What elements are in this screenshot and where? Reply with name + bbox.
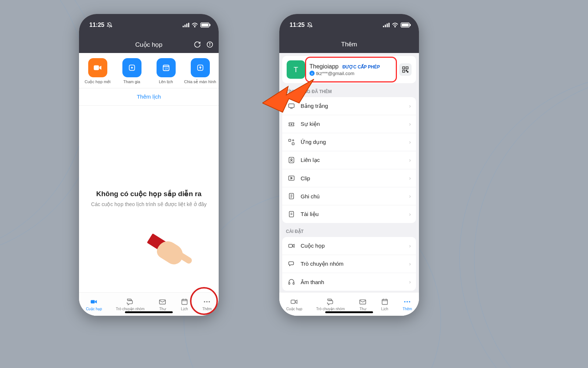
svg-rect-12: [94, 66, 99, 70]
battery-icon: [401, 22, 411, 28]
svg-point-11: [209, 43, 210, 44]
license-badge: ĐƯỢC CẤP PHÉP: [343, 64, 380, 70]
svg-point-5: [194, 26, 195, 27]
apps-icon: [287, 138, 295, 146]
svg-rect-2: [184, 25, 186, 27]
bell-off-icon: [107, 22, 112, 28]
wifi-icon: [191, 22, 198, 28]
svg-rect-48: [292, 143, 294, 145]
svg-rect-42: [406, 70, 407, 71]
annotation-arrow: [262, 77, 318, 118]
svg-point-71: [409, 301, 410, 302]
home-indicator: [325, 311, 373, 313]
list-item-clip[interactable]: Clip ›: [282, 169, 416, 187]
chat-icon: [126, 298, 134, 306]
profile-email: z tkz***@gmail.com: [309, 71, 395, 76]
status-time: 11:25: [290, 22, 305, 28]
list-item-notes[interactable]: Ghi chú ›: [282, 187, 416, 205]
tab-calendar[interactable]: Lịch: [180, 298, 189, 311]
svg-rect-31: [383, 26, 384, 27]
svg-rect-4: [188, 23, 189, 27]
profile-name: Thegioiapp: [309, 63, 338, 70]
svg-rect-3: [186, 24, 187, 27]
plus-icon: [128, 64, 136, 72]
signal-icon: [183, 23, 189, 27]
svg-point-46: [291, 124, 292, 125]
contact-icon: [287, 156, 295, 164]
svg-rect-8: [209, 24, 211, 26]
header-title: Cuộc họp: [135, 41, 162, 49]
tab-calendar[interactable]: Lịch: [381, 298, 389, 311]
tab-mail[interactable]: Thư: [158, 298, 166, 311]
svg-rect-41: [403, 70, 405, 72]
svg-point-69: [404, 301, 406, 302]
status-bar: 11:25: [279, 14, 419, 36]
video-icon: [90, 298, 98, 306]
list-item-chat-settings[interactable]: Trò chuyện nhóm ›: [282, 255, 416, 273]
bell-off-icon: [307, 22, 313, 28]
tab-meetings[interactable]: Cuộc họp: [86, 298, 102, 311]
calendar-icon: [180, 298, 189, 306]
join-button[interactable]: Tham gia: [115, 58, 148, 84]
avatar: T: [287, 60, 305, 79]
share-screen-button[interactable]: Chia sẻ màn hình: [184, 58, 217, 84]
section-settings: CÀI ĐẶT: [279, 223, 419, 237]
chevron-right-icon: ›: [409, 175, 411, 181]
status-bar: 11:25: [79, 14, 219, 36]
list-item-apps[interactable]: Ứng dụng ›: [282, 133, 416, 151]
play-icon: [287, 174, 295, 182]
info-icon[interactable]: [206, 41, 214, 48]
header-title: Thêm: [341, 41, 357, 48]
list-item-contacts[interactable]: Liên lạc ›: [282, 151, 416, 169]
tab-mail[interactable]: Thư: [359, 298, 367, 311]
refresh-icon[interactable]: [194, 41, 201, 48]
battery-icon: [200, 22, 211, 28]
svg-rect-57: [289, 212, 294, 217]
empty-title: Không có cuộc họp sắp diễn ra: [96, 190, 202, 198]
tab-chat[interactable]: Trò chuyện nhóm: [316, 298, 345, 311]
svg-marker-52: [291, 177, 292, 179]
svg-rect-60: [289, 244, 293, 247]
svg-rect-1: [183, 26, 184, 27]
add-calendar-link[interactable]: Thêm lịch: [79, 88, 219, 106]
mail-icon: [359, 298, 367, 306]
more-icon: [403, 298, 411, 306]
svg-rect-63: [291, 300, 295, 303]
quick-actions: Cuộc họp mới Tham gia 19 Lên lịch Chia s…: [79, 53, 219, 88]
svg-marker-72: [262, 79, 314, 112]
tab-more[interactable]: Thêm: [403, 298, 412, 311]
svg-rect-23: [182, 299, 187, 304]
zoom-icon: z: [309, 71, 315, 76]
svg-rect-65: [382, 299, 387, 304]
doc-icon: [287, 210, 295, 218]
ticket-icon: [287, 120, 295, 128]
svg-rect-62: [293, 283, 294, 284]
svg-point-70: [406, 301, 408, 302]
schedule-button[interactable]: 19 Lên lịch: [150, 58, 183, 84]
tab-meetings[interactable]: Cuộc họp: [286, 298, 302, 311]
video-icon: [290, 298, 298, 306]
chevron-right-icon: ›: [409, 139, 411, 145]
note-icon: [287, 192, 295, 200]
svg-rect-47: [289, 139, 291, 142]
status-time: 11:25: [89, 22, 104, 28]
settings-list: Cuộc họp › Trò chuyện nhóm › Âm thanh ›: [282, 237, 416, 291]
tab-chat[interactable]: Trò chuyện nhóm: [116, 298, 144, 311]
list-item-events[interactable]: Sự kiện ›: [282, 115, 416, 133]
svg-rect-32: [385, 25, 386, 27]
home-indicator: [125, 311, 173, 313]
header: Thêm: [279, 36, 419, 53]
svg-rect-38: [410, 24, 411, 26]
svg-text:19: 19: [164, 67, 168, 70]
list-item-meeting-settings[interactable]: Cuộc họp ›: [282, 237, 416, 255]
svg-rect-33: [387, 24, 388, 27]
list-item-audio-settings[interactable]: Âm thanh ›: [282, 273, 416, 291]
svg-point-50: [291, 159, 292, 160]
svg-rect-43: [407, 71, 408, 72]
new-meeting-button[interactable]: Cuộc họp mới: [81, 58, 114, 84]
list-item-docs[interactable]: Tài liệu ›: [282, 205, 416, 223]
qr-button[interactable]: [399, 63, 412, 76]
svg-rect-37: [402, 24, 409, 26]
svg-rect-7: [201, 24, 208, 26]
mail-icon: [158, 298, 166, 306]
